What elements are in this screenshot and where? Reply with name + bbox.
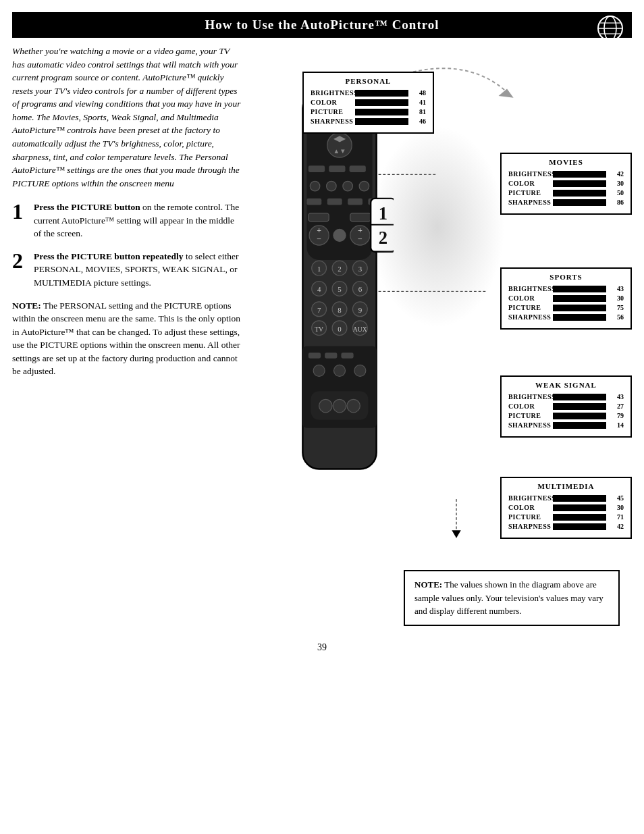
multimedia-sharpness-value: 42	[609, 523, 624, 530]
left-column: Whether you're watching a movie or a vid…	[12, 45, 242, 551]
weaksignal-picture-bar	[553, 413, 606, 419]
weaksignal-sharpness-label: SHARPNESS	[508, 421, 550, 429]
multimedia-box-title: MULTIMEDIA	[508, 482, 624, 490]
multimedia-color-row: COLOR 30	[508, 504, 624, 511]
svg-rect-68	[325, 353, 337, 359]
weaksignal-color-row: COLOR 27	[508, 402, 624, 410]
svg-text:2: 2	[379, 228, 387, 248]
svg-text:1: 1	[379, 203, 387, 224]
svg-text:8: 8	[338, 306, 342, 314]
weaksignal-sharpness-bar	[553, 422, 606, 429]
movies-picture-bar	[553, 190, 606, 197]
svg-text:7: 7	[317, 306, 321, 314]
svg-text:9: 9	[358, 306, 362, 314]
sports-brightness-bar	[553, 286, 606, 292]
main-note: NOTE: The PERSONAL setting and the PICTU…	[12, 299, 242, 378]
movies-brightness-value: 42	[609, 170, 624, 178]
step-2-bold: Press the PICTURE button repeatedly	[34, 251, 184, 261]
sports-sharpness-label: SHARPNESS	[508, 313, 550, 321]
svg-point-70	[313, 365, 325, 376]
svg-point-75	[333, 399, 346, 412]
personal-picture-row: PICTURE 81	[311, 108, 426, 115]
weaksignal-brightness-label: BRIGHTNESS	[508, 393, 550, 400]
svg-rect-31	[348, 199, 363, 205]
movies-sharpness-value: 86	[609, 199, 624, 206]
multimedia-settings-box: MULTIMEDIA BRIGHTNESS 45 COLOR 30 PICTUR…	[500, 477, 632, 539]
svg-rect-29	[306, 199, 321, 205]
sports-picture-row: PICTURE 75	[508, 304, 624, 311]
svg-text:0: 0	[338, 325, 342, 333]
step-1-text: Press the PICTURE button on the remote c…	[34, 201, 242, 240]
intro-paragraph: Whether you're watching a movie or a vid…	[12, 45, 242, 190]
sports-color-bar	[553, 295, 606, 302]
weaksignal-color-value: 27	[609, 402, 624, 410]
svg-point-28	[359, 181, 369, 191]
svg-point-72	[354, 365, 366, 376]
movies-sharpness-bar	[553, 199, 606, 206]
weaksignal-color-label: COLOR	[508, 402, 550, 410]
bottom-note-label: NOTE:	[414, 579, 442, 590]
movies-color-bar	[553, 180, 606, 187]
step-2-text: Press the PICTURE button repeatedly to s…	[34, 250, 242, 290]
weaksignal-picture-row: PICTURE 79	[508, 412, 624, 419]
svg-text:6: 6	[358, 285, 363, 293]
step-2-number: 2	[12, 250, 27, 290]
sports-sharpness-bar	[553, 314, 606, 321]
svg-point-76	[347, 399, 360, 412]
weaksignal-box-title: WEAK SIGNAL	[508, 381, 624, 389]
svg-text:+: +	[317, 226, 321, 235]
bottom-note-box: NOTE: The values shown in the diagram ab…	[404, 570, 620, 626]
multimedia-picture-label: PICTURE	[508, 513, 550, 521]
svg-rect-23	[329, 165, 345, 172]
step-1-bold: Press the PICTURE button	[34, 202, 140, 212]
svg-text:2: 2	[338, 265, 341, 273]
sports-color-label: COLOR	[508, 294, 550, 302]
bottom-section: NOTE: The values shown in the diagram ab…	[0, 558, 644, 638]
svg-rect-22	[308, 165, 325, 172]
multimedia-color-label: COLOR	[508, 504, 550, 511]
sports-picture-label: PICTURE	[508, 304, 550, 311]
svg-point-25	[310, 181, 320, 191]
movies-sharpness-label: SHARPNESS	[508, 199, 550, 206]
personal-sharpness-bar	[355, 118, 408, 125]
svg-text:−: −	[317, 234, 321, 244]
svg-point-71	[334, 365, 346, 376]
weaksignal-sharpness-row: SHARPNESS 14	[508, 421, 624, 429]
weaksignal-settings-box: WEAK SIGNAL BRIGHTNESS 43 COLOR 27 PICTU…	[500, 375, 632, 438]
multimedia-picture-row: PICTURE 71	[508, 513, 624, 521]
personal-sharpness-value: 46	[411, 118, 426, 125]
weaksignal-picture-value: 79	[609, 412, 624, 419]
svg-text:AUX: AUX	[353, 325, 367, 333]
svg-text:−: −	[358, 234, 363, 244]
weaksignal-brightness-bar	[553, 394, 606, 400]
main-content: Whether you're watching a movie or a vid…	[0, 38, 644, 558]
movies-sharpness-row: SHARPNESS 86	[508, 199, 624, 206]
movies-box-title: MOVIES	[508, 158, 624, 166]
svg-point-36	[333, 229, 346, 242]
multimedia-picture-bar	[553, 514, 606, 521]
multimedia-brightness-row: BRIGHTNESS 45	[508, 494, 624, 502]
svg-rect-34	[350, 213, 371, 221]
weaksignal-brightness-row: BRIGHTNESS 43	[508, 393, 624, 400]
svg-point-27	[343, 181, 353, 191]
personal-box-title: PERSONAL	[311, 77, 426, 85]
svg-point-26	[327, 181, 337, 191]
multimedia-brightness-label: BRIGHTNESS	[508, 494, 550, 502]
sports-sharpness-value: 56	[609, 313, 624, 321]
movies-brightness-label: BRIGHTNESS	[508, 170, 550, 178]
page-title: How to Use the AutoPicture™ Control	[205, 18, 439, 32]
personal-settings-box: PERSONAL BRIGHTNESS 48 COLOR 41 PICTURE …	[302, 72, 434, 134]
personal-picture-label: PICTURE	[311, 108, 352, 115]
svg-marker-5	[499, 88, 514, 97]
personal-picture-bar	[355, 109, 408, 115]
sports-settings-box: SPORTS BRIGHTNESS 43 COLOR 30 PICTURE 75…	[500, 267, 632, 330]
multimedia-brightness-bar	[553, 495, 606, 502]
personal-sharpness-row: SHARPNESS 46	[311, 118, 426, 125]
step-1-number: 1	[12, 201, 27, 240]
personal-brightness-row: BRIGHTNESS 48	[311, 89, 426, 97]
personal-brightness-value: 48	[411, 89, 426, 97]
step-2: 2 Press the PICTURE button repeatedly to…	[12, 250, 242, 290]
svg-text:3: 3	[358, 265, 363, 273]
movies-settings-box: MOVIES BRIGHTNESS 42 COLOR 30 PICTURE 50…	[500, 153, 632, 215]
sports-picture-bar	[553, 305, 606, 311]
